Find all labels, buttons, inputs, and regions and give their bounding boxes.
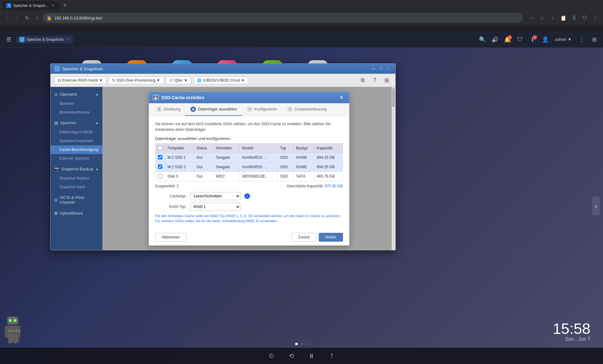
browser-menu-btn[interactable]: ⋮ xyxy=(590,13,600,23)
tab-label: Speicher & Snapsh... xyxy=(13,3,49,8)
minimize-btn[interactable]: — xyxy=(370,66,377,72)
wizard-step-2-label: Konfigurieren xyxy=(254,107,277,111)
tab-close-btn[interactable]: × xyxy=(51,3,56,8)
select-all-checkbox[interactable] xyxy=(158,146,162,150)
bookmark-btn[interactable]: ☆ xyxy=(537,13,547,23)
nas-info-btn[interactable]: ℹ 1 xyxy=(528,35,538,45)
app-settings-icon[interactable]: ⚙ xyxy=(358,75,368,85)
nas-tab-close[interactable]: × xyxy=(68,37,70,42)
extensions-btn[interactable]: ⋯ xyxy=(526,13,536,23)
nas-shield-btn[interactable]: 🛡 xyxy=(515,35,525,45)
vjbod-label: VJBOD/VJBOD Cloud ▼ xyxy=(203,78,245,83)
nas-person-btn[interactable]: 👤 xyxy=(540,35,550,45)
page-dot-0[interactable] xyxy=(295,343,298,345)
nas-notifications-btn[interactable]: 🔔 1 xyxy=(503,35,513,45)
nas-hamburger-btn[interactable]: ☰ xyxy=(4,35,14,45)
sidebar-group-iscsi[interactable]: ⊟ iSCSI & Fibre Channel xyxy=(51,193,102,207)
reload-btn[interactable]: ↻ xyxy=(23,13,31,22)
sidebar-item-datentraeger[interactable]: Datenträger/VJBOD xyxy=(51,128,102,136)
table-row: M.2 SSD 1 Gut Seagate IronWolf510 ... SS… xyxy=(155,153,343,162)
history-btn[interactable]: 📋 xyxy=(558,13,568,23)
nas-more-btn[interactable]: ⋮ xyxy=(577,35,587,45)
raidtype-select[interactable]: RAID 0 RAID 1 RAID 5 RAID 6 RAID 10 xyxy=(190,203,241,211)
next-button[interactable]: Weiter xyxy=(319,233,343,242)
main-scrollbar[interactable] xyxy=(392,87,395,250)
browser-tab-active[interactable]: S Speicher & Snapsh... × xyxy=(3,1,59,10)
wizard-step-1-icon: 💾 xyxy=(190,106,196,112)
sidebar-item-speicher[interactable]: Speicher xyxy=(51,99,102,108)
antivirus-btn[interactable]: 🛡 xyxy=(580,13,590,23)
taskbar-share-icon[interactable]: ⤴ xyxy=(327,351,337,361)
row-1-checkbox[interactable] xyxy=(158,164,162,169)
hybridmount-label: HybridMount xyxy=(60,211,83,216)
back-button[interactable]: Zurück xyxy=(291,233,316,242)
external-raid-btn[interactable]: ⊟ Externes RAID-Gerät ▼ xyxy=(54,77,106,84)
wizard-step-2[interactable]: ▪▪ Konfigurieren xyxy=(242,103,282,116)
wizard-step-3[interactable]: ✓ Zusammenfassung xyxy=(282,103,332,116)
sidebar-item-cache[interactable]: Cache-Beschleunigung xyxy=(51,145,102,154)
app-help-icon[interactable]: ? xyxy=(370,75,380,85)
sidebar-group-hybridmount[interactable]: ⊠ HybridMount xyxy=(51,208,102,218)
tab-favicon: S xyxy=(6,3,11,8)
taskbar-back-icon[interactable]: ⟲ xyxy=(286,351,296,361)
page-dot-2[interactable] xyxy=(305,343,308,345)
address-bar[interactable]: 🔒 192.168.0.13:8080/cgi-bin/ xyxy=(43,13,523,23)
vjbod-btn[interactable]: 🌐 VJBOD/VJBOD Cloud ▼ xyxy=(193,77,248,84)
page-dot-1[interactable] xyxy=(300,343,303,345)
browser-chrome: S Speicher & Snapsh... × + ‹ › ↻ ⌂ 🔒 192… xyxy=(0,0,603,31)
nas-apps-btn[interactable]: ⊞ xyxy=(589,35,599,45)
qtier-btn[interactable]: 🏷 Qtier ▼ xyxy=(166,77,191,84)
nas-volume-btn[interactable]: 🔊 xyxy=(490,35,500,45)
sidebar-section-overview: ⊙ Übersicht ▲ Speicher Momentaufnahme xyxy=(51,89,102,117)
sidebar-item-snapshot-replica[interactable]: Snapshot Replica xyxy=(51,174,102,183)
user-dropdown-icon: ▼ xyxy=(568,37,572,42)
ssd-provisioning-label: SSD-Over-Provisioning ▼ xyxy=(117,78,160,83)
row-0-manufacturer: Seagate xyxy=(213,153,240,162)
nas-active-app-tab[interactable]: Speicher & Snapshots × xyxy=(16,36,73,43)
home-btn[interactable]: ⌂ xyxy=(33,13,41,22)
forward-btn[interactable]: › xyxy=(13,13,21,22)
sidebar-item-momentaufnahme[interactable]: Momentaufnahme xyxy=(51,108,102,117)
sidebar-group-overview[interactable]: ⊙ Übersicht ▲ xyxy=(51,89,102,99)
sidebar-item-external[interactable]: Externer Speicher xyxy=(51,154,102,163)
maximize-btn[interactable]: □ xyxy=(378,66,384,72)
nas-user-menu[interactable]: admin ▼ xyxy=(553,36,574,43)
app-config-icon[interactable]: ⊞ xyxy=(382,75,392,85)
snapshot-label: Snapshot-Backup xyxy=(61,167,94,171)
sidebar-item-snapshot-vault[interactable]: Snapshot Vault xyxy=(51,183,102,191)
taskbar-copyright-icon[interactable]: © xyxy=(266,351,276,361)
close-btn[interactable]: ✕ xyxy=(385,66,392,72)
cachetype-info-icon[interactable]: i xyxy=(244,193,250,199)
cachetype-select[interactable]: Lesen/Schreiben Nur Lesen Nur Schreiben xyxy=(190,192,241,200)
nas-search-btn[interactable]: 🔍 xyxy=(477,35,487,45)
col-header-type: Typ xyxy=(278,143,294,153)
row-0-checkbox[interactable] xyxy=(158,155,162,159)
col-header-drive: Festplatte xyxy=(165,143,194,153)
cancel-button[interactable]: Abbrechen xyxy=(155,233,187,242)
wizard-step-0-label: Einleitung xyxy=(164,107,181,111)
row-2-capacity: 465.76 GB xyxy=(314,172,343,181)
new-tab-btn[interactable]: + xyxy=(61,1,69,10)
download-btn[interactable]: ↓ xyxy=(548,13,558,23)
table-header-row: Festplatte Status Hersteller Modell Typ … xyxy=(155,143,343,153)
sidebar-item-speicher-snapshots[interactable]: Speicher/Snapshots xyxy=(51,136,102,145)
wizard-step-3-label: Zusammenfassung xyxy=(295,107,327,111)
sidebar-group-storage[interactable]: ▤ Speicher ▲ xyxy=(51,118,102,128)
sidebar: ⊙ Übersicht ▲ Speicher Momentaufnahme ▤ … xyxy=(51,87,102,250)
taskbar-pause-icon[interactable]: ⏸ xyxy=(307,351,317,361)
trash-icon[interactable] xyxy=(7,327,21,345)
wizard-step-0[interactable]: ℹ Einleitung xyxy=(151,103,186,116)
back-btn[interactable]: ‹ xyxy=(3,13,11,22)
sidebar-group-snapshot[interactable]: 📷 Snapshot-Backup ▲ xyxy=(51,164,102,174)
scroll-right-btn[interactable]: › xyxy=(592,196,600,215)
nas-app-label: Speicher & Snapshots xyxy=(26,37,64,42)
dialog-close-btn[interactable]: × xyxy=(338,94,345,101)
row-0-status: Gut xyxy=(194,153,213,162)
clock-date: Son., Jun 7 xyxy=(553,336,590,342)
profile-btn[interactable]: S xyxy=(569,13,579,23)
ssd-provisioning-btn[interactable]: ↻ SSD-Over-Provisioning ▼ xyxy=(109,77,164,84)
wizard-step-1[interactable]: 💾 Datenträger auswählen xyxy=(185,103,242,116)
desktop-area: 📁 💧 ❤ 🌿 Speicher & Snapshots xyxy=(0,48,603,364)
sidebar-section-storage: ▤ Speicher ▲ Datenträger/VJBOD Speicher/… xyxy=(51,118,102,163)
row-2-checkbox[interactable] xyxy=(158,174,162,178)
